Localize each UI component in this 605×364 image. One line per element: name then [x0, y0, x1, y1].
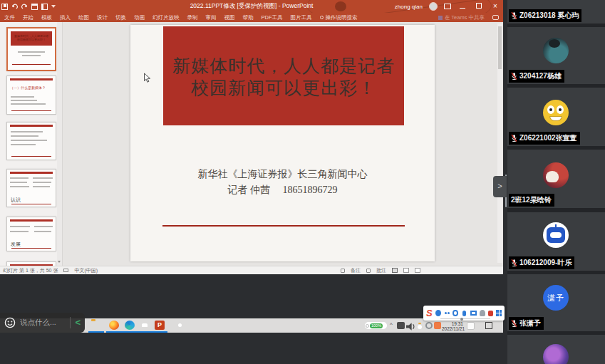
tab-slideshow[interactable]: 幻灯片放映 [152, 14, 180, 21]
spellcheck-icon[interactable] [63, 269, 68, 272]
slide-byline-org: 新华社《上海证券报》长三角新闻中心 [130, 168, 435, 181]
tab-picture-tools[interactable]: 图片工具 [291, 14, 312, 21]
scroll-down-icon[interactable] [58, 261, 61, 263]
thumb4-bullet [10, 177, 29, 179]
volume-icon[interactable] [406, 322, 416, 331]
emoji-smiley-icon[interactable] [4, 317, 16, 328]
slide-editing-area: 新媒体时代，人人都是记者 校园新闻可以更出彩！ 新华社《上海证券报》长三角新闻中… [63, 22, 503, 266]
collapse-chat-chevron[interactable]: < [75, 313, 81, 332]
reading-view-button[interactable] [415, 268, 420, 273]
sunlogin-logo-icon: S [426, 307, 433, 320]
slide-sorter-view-button[interactable] [403, 268, 409, 273]
ribbon-display-options-icon[interactable] [444, 4, 451, 9]
participant-avatar [543, 38, 569, 63]
tab-draw[interactable]: 绘图 [78, 14, 89, 21]
scrollbar-thumb[interactable] [498, 26, 502, 69]
floating-tool-bar[interactable]: S [423, 306, 505, 321]
slide-title-banner[interactable]: 新媒体时代，人人都是记者 校园新闻可以更出彩！ [163, 26, 404, 125]
tab-pdf-tools[interactable]: PDF工具 [262, 14, 283, 21]
comments-panel-icon [366, 269, 371, 273]
firefox-icon[interactable] [109, 321, 119, 330]
edge-browser-icon[interactable] [125, 321, 135, 330]
thumbnail-slide-5[interactable]: 发展 [6, 217, 56, 251]
participant-icon[interactable] [480, 310, 485, 316]
thumbnail-slide-2[interactable]: （一）什么是新媒体？ [6, 76, 56, 115]
tab-template[interactable]: 模板 [41, 14, 52, 21]
video-tile[interactable]: Z06221002张宣萱 [507, 88, 605, 146]
thumbnail-slide-3[interactable] [6, 122, 56, 160]
powerpoint-taskbar-icon[interactable]: P [155, 321, 165, 330]
tab-design[interactable]: 设计 [97, 14, 108, 21]
running-indicator [106, 331, 122, 333]
record-icon[interactable] [488, 311, 493, 316]
language-indicator[interactable]: 中文(中国) [74, 267, 98, 274]
microphone-icon[interactable] [462, 311, 466, 316]
clock[interactable]: 19:31 2022/11/21 [442, 321, 463, 331]
tab-review[interactable]: 审阅 [206, 14, 217, 21]
action-center-icon[interactable] [485, 322, 492, 329]
video-tile[interactable]: Z06213018 奚心玙 [507, 0, 605, 24]
participant-avatar [543, 222, 569, 248]
toolbar-slider[interactable] [440, 318, 490, 319]
slide-red-divider [162, 225, 405, 227]
settings-gear-icon[interactable] [453, 310, 459, 316]
video-tile[interactable]: 潇予 张潇予 [507, 274, 605, 331]
restore-button[interactable] [474, 0, 484, 13]
video-tile[interactable] [507, 335, 605, 364]
participant-name: 3204127杨雄 [519, 71, 562, 81]
participant-avatar: 潇予 [543, 285, 569, 311]
tell-me-search[interactable]: 操作说明搜索 [320, 14, 358, 21]
tab-home[interactable]: 开始 [23, 14, 33, 21]
more-options-icon[interactable] [444, 310, 450, 316]
comments-icon[interactable] [492, 15, 499, 20]
ime-tray-icon[interactable] [467, 322, 475, 330]
participant-nametag: 2班12杲晗铃 [509, 194, 554, 207]
tab-file[interactable]: 文件 [4, 14, 15, 21]
tab-view[interactable]: 视图 [224, 14, 235, 21]
document-area: 新媒体时代，人人都是记者校园新闻可以更出彩！ （一）什么是新媒体？ [0, 22, 503, 266]
avatar-eye [547, 105, 554, 114]
screen-share-icon[interactable] [470, 311, 477, 316]
normal-view-button[interactable] [392, 268, 398, 273]
participant-avatar [543, 100, 569, 125]
tab-help[interactable]: 帮助 [243, 14, 254, 21]
tab-record[interactable]: 录制 [187, 14, 198, 21]
participant-name: Z06213018 奚心玙 [519, 11, 579, 21]
video-tile[interactable]: 3204127杨雄 [507, 27, 605, 84]
account-name[interactable]: zhong qian [395, 4, 423, 10]
account-avatar[interactable] [429, 2, 438, 11]
thumbnail-slide-1[interactable]: 新媒体时代，人人都是记者校园新闻可以更出彩！ [6, 27, 56, 71]
video-tile[interactable]: 2班12杲晗铃 [507, 150, 605, 208]
tray-settings-icon[interactable] [425, 322, 433, 329]
tray-orange-app-icon[interactable] [434, 322, 441, 329]
running-indicator [88, 331, 104, 333]
comments-toggle[interactable]: 批注 [376, 267, 386, 274]
slide-canvas[interactable]: 新媒体时代，人人都是记者 校园新闻可以更出彩！ 新华社《上海证券报》长三角新闻中… [130, 25, 435, 261]
tray-expand-chevron[interactable]: ^ [390, 321, 393, 328]
tab-insert[interactable]: 插入 [60, 14, 71, 21]
close-button[interactable]: × [490, 0, 500, 13]
share-to-teams-button[interactable]: 在 Teams 中共享 [438, 14, 485, 21]
chat-input-placeholder[interactable]: 说点什么... [20, 318, 66, 328]
thumbnail-slide-4[interactable]: 认识 [6, 169, 56, 207]
thumb3-bullet [11, 135, 38, 137]
video-tile[interactable]: 106212009-叶乐 [507, 212, 605, 271]
network-icon[interactable] [435, 310, 441, 316]
meeting-chat-bubble-bar[interactable]: 说点什么... < [0, 313, 85, 333]
apps-grid-icon[interactable] [496, 310, 502, 316]
participant-avatar [543, 344, 569, 364]
tray-app-icon[interactable] [397, 322, 405, 329]
battery-widget[interactable]: 100% [365, 322, 387, 329]
minimize-button[interactable] [457, 0, 467, 13]
notes-toggle[interactable]: 备注 [351, 267, 361, 274]
slide-scrollbar[interactable] [497, 24, 502, 263]
notes-icon [341, 269, 345, 273]
thumb4-redbar [10, 172, 53, 174]
thumbnail-scrollbar[interactable] [57, 22, 62, 266]
video-panel-toggle[interactable]: > [493, 176, 507, 197]
ppt-title-bar[interactable]: 2022.11PPT修改 [受保护的视图] - PowerPoint zhong… [0, 0, 503, 13]
thumb2-title: （一）什么是新媒体？ [10, 85, 54, 90]
tab-animations[interactable]: 动画 [134, 14, 145, 21]
tab-transitions[interactable]: 切换 [115, 14, 126, 21]
slide-thumbnail-panel[interactable]: 新媒体时代，人人都是记者校园新闻可以更出彩！ （一）什么是新媒体？ [0, 22, 63, 266]
